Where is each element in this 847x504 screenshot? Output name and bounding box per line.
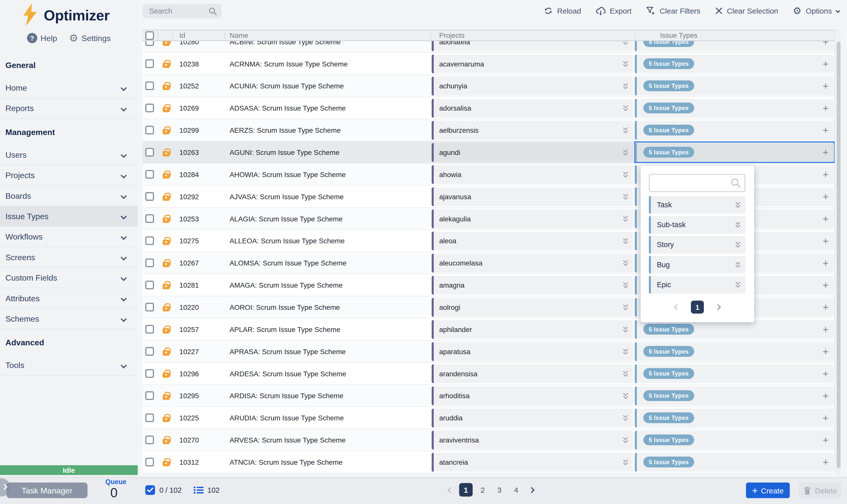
- sidebar-item-attributes[interactable]: Attributes: [0, 288, 138, 308]
- next-page-icon[interactable]: [715, 304, 721, 310]
- plus-icon[interactable]: [823, 346, 829, 357]
- issue-types-badge[interactable]: 5 Issue Types: [643, 58, 694, 69]
- issue-types-dropdown[interactable]: 5 Issue Types: [635, 41, 834, 51]
- table-row[interactable]: 10295ARDISA: Scrum Issue Type Schemearho…: [143, 385, 835, 407]
- column-header-name[interactable]: Name: [230, 31, 248, 39]
- projects-dropdown[interactable]: aleucomelasa: [432, 253, 633, 272]
- search-input[interactable]: [148, 6, 208, 16]
- issue-types-badge[interactable]: 5 Issue Types: [643, 80, 694, 91]
- plus-icon[interactable]: [823, 192, 829, 202]
- plus-icon[interactable]: [823, 280, 829, 290]
- projects-dropdown[interactable]: araviventrisa: [432, 430, 633, 449]
- table-row[interactable]: 10238ACRNMA: Scrum Issue Type Schemeacav…: [143, 53, 835, 75]
- popup-item-bug[interactable]: Bug: [649, 256, 746, 274]
- toolbar-options-button[interactable]: ⚙Options: [793, 6, 840, 16]
- selection-checkbox[interactable]: [145, 485, 155, 495]
- task-manager-button[interactable]: Task Manager: [6, 483, 87, 498]
- projects-dropdown[interactable]: aphilander: [432, 320, 633, 339]
- row-checkbox[interactable]: [145, 82, 154, 90]
- page-button-1[interactable]: 1: [459, 483, 473, 497]
- sidebar-item-boards[interactable]: Boards: [0, 186, 138, 206]
- row-checkbox[interactable]: [145, 104, 154, 112]
- delete-button[interactable]: Delete: [799, 483, 841, 498]
- table-row[interactable]: 10269ADSASA: Scrum Issue Type Schemeador…: [143, 97, 835, 120]
- toolbar-clear-selection-button[interactable]: Clear Selection: [715, 6, 778, 15]
- projects-dropdown[interactable]: atancreia: [432, 453, 633, 471]
- projects-dropdown[interactable]: aparatusa: [432, 342, 633, 361]
- issue-types-dropdown[interactable]: 5 Issue Types: [635, 342, 834, 361]
- sidebar-item-custom-fields[interactable]: Custom Fields: [0, 268, 138, 288]
- toolbar-clear-filters-button[interactable]: Clear Filters: [646, 6, 700, 15]
- table-row[interactable]: 10227APRASA: Scrum Issue Type Schemeapar…: [143, 341, 835, 363]
- sidebar-item-schemes[interactable]: Schemes: [0, 309, 138, 329]
- plus-icon[interactable]: [823, 258, 829, 268]
- create-button[interactable]: Create: [746, 483, 790, 498]
- column-header-projects[interactable]: Projects: [439, 31, 465, 39]
- plus-icon[interactable]: [823, 324, 829, 335]
- row-checkbox[interactable]: [145, 391, 154, 400]
- row-checkbox[interactable]: [145, 435, 154, 444]
- table-row[interactable]: 10296ARDESA: Scrum Issue Type Schemearan…: [143, 363, 835, 385]
- plus-icon[interactable]: [823, 214, 829, 224]
- issue-types-badge[interactable]: 5 Issue Types: [643, 103, 694, 113]
- plus-icon[interactable]: [823, 59, 829, 69]
- row-checkbox[interactable]: [145, 126, 154, 134]
- table-row[interactable]: 10252ACUNIA: Scrum Issue Type Schemeachu…: [143, 75, 835, 97]
- row-checkbox[interactable]: [145, 41, 154, 46]
- toolbar-export-button[interactable]: Export: [596, 6, 632, 15]
- issue-types-dropdown[interactable]: 5 Issue Types: [635, 364, 834, 383]
- projects-dropdown[interactable]: arandensisa: [432, 364, 633, 383]
- issue-types-dropdown[interactable]: 5 Issue Types: [635, 54, 834, 73]
- row-checkbox[interactable]: [145, 413, 154, 422]
- scrollbar-thumb[interactable]: [837, 41, 841, 468]
- plus-icon[interactable]: [823, 457, 829, 467]
- projects-dropdown[interactable]: agundi: [432, 143, 633, 162]
- row-checkbox[interactable]: [145, 170, 154, 179]
- select-all-checkbox[interactable]: [145, 31, 154, 40]
- plus-icon[interactable]: [823, 147, 829, 158]
- column-header-issue-types[interactable]: Issue Types: [660, 31, 697, 39]
- plus-icon[interactable]: [823, 435, 829, 445]
- row-checkbox[interactable]: [145, 325, 154, 334]
- plus-icon[interactable]: [823, 235, 829, 246]
- next-page-icon[interactable]: [529, 487, 534, 493]
- row-checkbox[interactable]: [145, 347, 154, 356]
- prev-page-icon[interactable]: [674, 304, 680, 310]
- issue-types-dropdown[interactable]: 5 Issue Types: [635, 386, 834, 405]
- projects-dropdown[interactable]: acavernaruma: [432, 54, 633, 73]
- sidebar-item-home[interactable]: Home: [0, 78, 138, 98]
- issue-types-dropdown[interactable]: 5 Issue Types: [635, 453, 834, 471]
- table-row[interactable]: 10263AGUNI: Scrum Issue Type Schemeagund…: [143, 141, 835, 163]
- sidebar-item-users[interactable]: Users: [0, 145, 138, 165]
- table-scrollbar[interactable]: [836, 30, 841, 475]
- popup-item-epic[interactable]: Epic: [649, 276, 746, 294]
- issue-types-badge[interactable]: 5 Issue Types: [643, 412, 694, 423]
- projects-dropdown[interactable]: adorsalisa: [432, 98, 633, 118]
- popup-item-sub-task[interactable]: Sub-task: [649, 216, 746, 234]
- sidebar-item-tools[interactable]: Tools: [0, 355, 138, 376]
- row-checkbox[interactable]: [145, 458, 154, 466]
- page-button-2[interactable]: 2: [476, 483, 489, 497]
- projects-dropdown[interactable]: amagna: [432, 275, 633, 294]
- plus-icon[interactable]: [823, 391, 829, 401]
- projects-dropdown[interactable]: aruddia: [432, 408, 633, 427]
- plus-icon[interactable]: [823, 169, 829, 180]
- projects-dropdown[interactable]: aelburzensis: [432, 121, 633, 140]
- plus-icon[interactable]: [823, 125, 829, 135]
- issue-types-badge[interactable]: 5 Issue Types: [643, 346, 694, 357]
- table-row[interactable]: 10280ACBINI: Scrum Issue Type Schemeabon…: [143, 41, 835, 53]
- issue-types-dropdown[interactable]: 5 Issue Types: [635, 408, 834, 427]
- projects-dropdown[interactable]: aleoa: [432, 231, 633, 250]
- issue-types-badge[interactable]: 5 Issue Types: [643, 434, 694, 445]
- popup-item-task[interactable]: Task: [649, 196, 746, 214]
- popup-search-input[interactable]: [654, 178, 730, 187]
- projects-dropdown[interactable]: aolrogi: [432, 298, 633, 317]
- toolbar-reload-button[interactable]: Reload: [544, 6, 581, 15]
- plus-icon[interactable]: [823, 302, 829, 312]
- sidebar-item-projects[interactable]: Projects: [0, 165, 138, 186]
- row-checkbox[interactable]: [145, 192, 154, 201]
- issue-types-dropdown[interactable]: 5 Issue Types: [635, 430, 834, 449]
- issue-types-badge[interactable]: 5 Issue Types: [643, 368, 694, 379]
- sidebar-item-reports[interactable]: Reports: [0, 98, 138, 119]
- projects-dropdown[interactable]: arhoditisa: [432, 386, 633, 405]
